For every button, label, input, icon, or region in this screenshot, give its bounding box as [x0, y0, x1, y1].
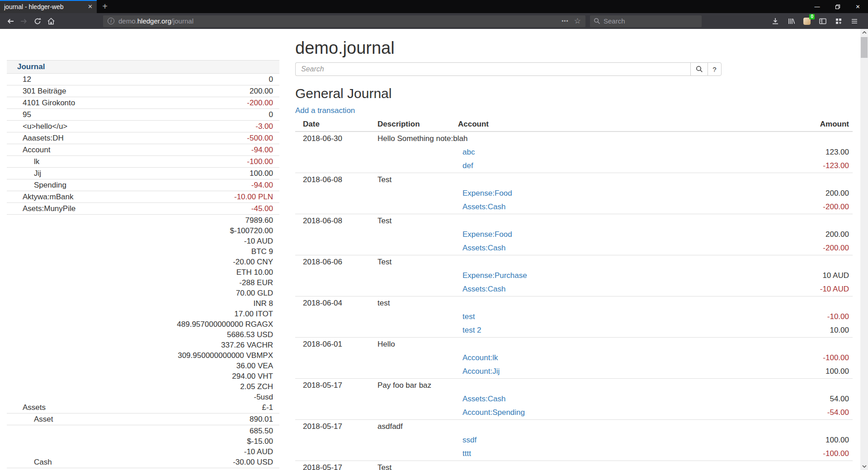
transaction-title-row[interactable]: 2018-05-17 asdfadf [295, 420, 853, 434]
account-balance: 5686.53 USD [116, 329, 273, 340]
sidebar-account-link[interactable]: Aktywa:mBank [23, 193, 73, 201]
sidebar-account-link[interactable]: 4101 Girokonto [23, 99, 75, 107]
journal-search-input[interactable] [295, 62, 690, 76]
sidebar-account-link[interactable]: 301 Beiträge [23, 87, 66, 95]
posting-row: Assets:Cash -200.00 [295, 241, 853, 255]
help-button[interactable]: ? [708, 62, 722, 76]
transaction-title-row[interactable]: 2018-06-06 Test [295, 255, 853, 269]
spacer-cell [295, 159, 374, 173]
search-button[interactable] [690, 62, 708, 76]
account-balance: -94.00 [116, 180, 273, 190]
menu-icon[interactable] [848, 15, 861, 28]
sidebar-account-link[interactable]: Account [23, 146, 50, 154]
transaction-title-row[interactable]: 2018-06-08 Test [295, 214, 853, 228]
transaction-description: Test [374, 214, 853, 228]
site-info-icon[interactable]: i [108, 18, 114, 24]
forward-button[interactable] [17, 14, 31, 28]
posting-row: test 2 10.00 [295, 324, 853, 338]
posting-account-link[interactable]: test [458, 312, 475, 321]
sidebar-account-link[interactable]: Asets:MunyPile [23, 204, 75, 213]
account-balance: -45.00 [116, 203, 273, 214]
sidebar-account-row: Asets:MunyPile -45.00 [7, 203, 279, 215]
posting-account-link[interactable]: Expense:Purchase [458, 271, 527, 280]
posting-row: Account:Jij 100.00 [295, 365, 853, 379]
sidebar-account-link[interactable]: <u>hello</u> [23, 122, 67, 131]
reload-button[interactable] [31, 14, 44, 28]
back-button[interactable] [4, 14, 17, 28]
posting-account-link[interactable]: tttt [458, 449, 471, 458]
transaction-title-row[interactable]: 2018-06-30 Hello Something note:blah [295, 132, 853, 146]
browser-tab[interactable]: journal - hledger-web ✕ [0, 0, 97, 13]
spacer-cell [295, 187, 374, 200]
posting-amount: -123.00 [740, 159, 853, 173]
sidebar-account-link[interactable]: Cash [34, 458, 52, 466]
transaction-title-row[interactable]: 2018-06-01 Hello [295, 338, 853, 352]
library-icon[interactable] [785, 15, 797, 28]
posting-account-link[interactable]: Assets:Cash [458, 244, 505, 252]
spacer-cell [295, 269, 374, 282]
transaction-title-row[interactable]: 2018-06-08 Test [295, 173, 853, 187]
sidebar-account-link[interactable]: Jij [34, 169, 41, 178]
download-icon[interactable] [769, 15, 782, 28]
window-close-button[interactable]: ✕ [848, 0, 868, 13]
posting-account-link[interactable]: Assets:Cash [458, 202, 505, 211]
posting-account-link[interactable]: test 2 [458, 326, 481, 334]
sidebar-toggle-icon[interactable] [816, 15, 829, 28]
window-restore-button[interactable] [827, 0, 848, 13]
spacer-cell [295, 282, 374, 296]
account-balance: $-15.00 [116, 436, 273, 446]
posting-account-link[interactable]: abc [458, 148, 475, 156]
posting-account-link[interactable]: Expense:Food [458, 230, 512, 239]
posting-account-link[interactable]: Assets:Cash [458, 285, 505, 293]
posting-account-link[interactable]: ssdf [458, 436, 476, 444]
account-balance: -10.00 PLN [116, 192, 273, 202]
sidebar-account-link[interactable]: 12 [23, 75, 31, 84]
account-balance: -100.00 [116, 156, 273, 167]
account-balance: -3.00 [116, 121, 273, 132]
posting-account-link[interactable]: Account:lk [458, 353, 498, 362]
add-transaction-link[interactable]: Add a transaction [295, 107, 355, 115]
sidebar-account-link[interactable]: 95 [23, 110, 31, 119]
browser-search-field[interactable]: Search [590, 15, 702, 27]
account-balance: 294.00 VHT [116, 371, 273, 381]
scroll-down-icon[interactable] [860, 463, 868, 470]
sidebar-account-link[interactable]: lk [34, 157, 39, 166]
spacer-cell [374, 282, 454, 296]
account-balance: -30.00 USD [116, 457, 273, 467]
posting-account-link[interactable]: Account:Spending [458, 408, 525, 417]
posting-account-link[interactable]: Assets:Cash [458, 395, 505, 403]
extension-icon[interactable]: 0 [801, 15, 813, 28]
bookmark-star-icon[interactable]: ☆ [574, 16, 581, 26]
url-bar[interactable]: i demo.hledger.org/journal ••• ☆ [103, 15, 585, 27]
scroll-up-icon[interactable] [860, 29, 868, 36]
scrollbar-thumb[interactable] [861, 37, 868, 58]
url-text: demo.hledger.org/journal [118, 17, 193, 25]
posting-account-link[interactable]: Account:Jij [458, 367, 500, 376]
sidebar-account-link[interactable]: Asset [34, 415, 53, 423]
sidebar-account-row: Aaasets:DH -500.00 [7, 132, 279, 144]
sidebar-journal-link[interactable]: Journal [17, 62, 45, 71]
transaction-title-row[interactable]: 2018-05-17 Pay foo bar baz [295, 379, 853, 393]
sidebar-account-balances: -200.00 [116, 97, 279, 109]
sidebar-account-balances: 0 [116, 109, 279, 121]
window-minimize-button[interactable]: — [807, 0, 827, 13]
blocks-plus-icon[interactable] [832, 15, 845, 28]
spacer-cell [374, 200, 454, 214]
posting-account-link[interactable]: Expense:Food [458, 189, 512, 197]
account-balance: -10 AUD [116, 236, 273, 246]
sidebar-account-balances: 890.01 [116, 414, 279, 425]
posting-account-link[interactable]: def [458, 161, 473, 170]
spacer-cell [295, 241, 374, 255]
new-tab-button[interactable]: + [97, 0, 113, 13]
sidebar-account-link[interactable]: Assets [23, 403, 46, 412]
sidebar-account-link[interactable]: Spending [34, 181, 66, 189]
posting-row: Assets:Cash -200.00 [295, 200, 853, 214]
tab-close-icon[interactable]: ✕ [84, 3, 93, 10]
home-button[interactable] [44, 14, 58, 28]
page-actions-icon[interactable]: ••• [561, 18, 569, 24]
posting-amount: 10.00 [740, 324, 853, 338]
transaction-title-row[interactable]: 2018-06-04 test [295, 296, 853, 310]
page-scrollbar[interactable] [860, 29, 868, 470]
sidebar-account-link[interactable]: Aaasets:DH [23, 134, 64, 142]
transaction-title-row[interactable]: 2018-05-17 Test [295, 461, 853, 470]
